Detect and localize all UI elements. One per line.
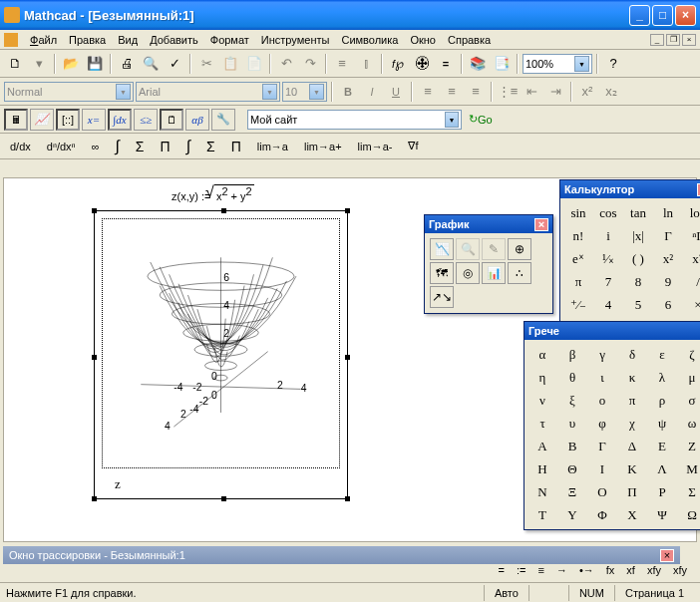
- op-xfy[interactable]: xfy: [644, 564, 664, 576]
- menu-add[interactable]: Добавить: [144, 32, 204, 48]
- greek-Ζ[interactable]: Ζ: [678, 436, 700, 456]
- greek-υ[interactable]: υ: [558, 413, 586, 434]
- sym-sum2[interactable]: Σ: [202, 137, 219, 156]
- greek-Ι[interactable]: Ι: [588, 458, 616, 479]
- greek-κ[interactable]: κ: [618, 367, 646, 388]
- fx-icon[interactable]: f℘: [387, 53, 409, 75]
- menu-window[interactable]: Окно: [404, 32, 442, 48]
- greek-palette[interactable]: Грече× αβγδεζηθικλμνξοπρστυφχψωΑΒΓΔΕΖΗΘΙ…: [524, 321, 700, 530]
- sym-infinity[interactable]: ∞: [88, 139, 104, 154]
- menu-edit[interactable]: Правка: [63, 32, 112, 48]
- graph-palette-icon[interactable]: 📈: [30, 109, 54, 131]
- menu-symbolics[interactable]: Символика: [335, 32, 404, 48]
- menu-help[interactable]: Справка: [442, 32, 497, 48]
- greek-ι[interactable]: ι: [588, 367, 616, 388]
- calc-key-0-4[interactable]: log: [684, 202, 700, 223]
- xy-plot-icon[interactable]: 📉: [430, 238, 454, 260]
- polar-plot-icon[interactable]: ⊕: [508, 238, 531, 260]
- calc-key-1-1[interactable]: i: [594, 225, 622, 246]
- calc-key-3-4[interactable]: /: [684, 271, 700, 292]
- greek-Ο[interactable]: Ο: [588, 481, 616, 502]
- greek-δ[interactable]: δ: [618, 344, 646, 365]
- sym-deriv[interactable]: d/dx: [6, 139, 35, 154]
- greek-ξ[interactable]: ξ: [558, 390, 586, 411]
- calc-key-2-3[interactable]: x²: [654, 248, 682, 269]
- calc-key-0-2[interactable]: tan: [624, 202, 652, 223]
- close-icon[interactable]: ×: [534, 218, 548, 231]
- greek-ν[interactable]: ν: [528, 390, 556, 411]
- minimize-button[interactable]: _: [629, 5, 650, 26]
- op-fx[interactable]: fx: [603, 564, 618, 576]
- sym-liml[interactable]: lim→a-: [354, 139, 397, 154]
- sym-int2[interactable]: ∫: [182, 136, 194, 157]
- menu-view[interactable]: Вид: [112, 32, 144, 48]
- preview-icon[interactable]: 🔍: [140, 53, 162, 75]
- greek-π[interactable]: π: [618, 390, 646, 411]
- greek-Ξ[interactable]: Ξ: [558, 481, 586, 502]
- spell-icon[interactable]: ✓: [164, 53, 185, 75]
- contour-plot-icon[interactable]: ◎: [456, 262, 480, 284]
- greek-Α[interactable]: Α: [528, 436, 556, 456]
- greek-Τ[interactable]: Τ: [528, 504, 556, 525]
- calc-key-3-0[interactable]: π: [564, 271, 592, 292]
- greek-λ[interactable]: λ: [648, 367, 676, 388]
- site-combo[interactable]: ▼: [247, 110, 462, 130]
- calc-key-1-0[interactable]: n!: [564, 225, 592, 246]
- sym-grad[interactable]: ∇f: [404, 138, 422, 154]
- calc-key-1-2[interactable]: |x|: [624, 225, 652, 246]
- calc-key-0-0[interactable]: sin: [564, 202, 592, 223]
- calc-key-2-4[interactable]: xʸ: [684, 248, 700, 269]
- mdi-close[interactable]: ×: [682, 34, 696, 46]
- greek-ψ[interactable]: ψ: [648, 413, 676, 434]
- op-xfy2[interactable]: xfy: [670, 564, 690, 576]
- greek-η[interactable]: η: [528, 367, 556, 388]
- greek-Η[interactable]: Η: [528, 458, 556, 479]
- calc-key-4-3[interactable]: 6: [654, 294, 682, 315]
- scatter3d-plot-icon[interactable]: ∴: [508, 262, 531, 284]
- greek-Δ[interactable]: Δ: [618, 436, 646, 456]
- greek-γ[interactable]: γ: [588, 344, 616, 365]
- greek-Ω[interactable]: Ω: [678, 504, 700, 525]
- sym-int[interactable]: ∫: [111, 136, 123, 157]
- units-icon[interactable]: 🕀: [411, 53, 433, 75]
- greek-Θ[interactable]: Θ: [558, 458, 586, 479]
- greek-Κ[interactable]: Κ: [618, 458, 646, 479]
- sym-prod2[interactable]: Π: [227, 137, 245, 156]
- calc-key-2-2[interactable]: ( ): [624, 248, 652, 269]
- menu-tools[interactable]: Инструменты: [255, 32, 336, 48]
- sym-nderiv[interactable]: dⁿ/dxⁿ: [43, 139, 80, 154]
- greek-φ[interactable]: φ: [588, 413, 616, 434]
- dropdown-icon[interactable]: ▼: [445, 112, 459, 128]
- symbolic-palette-icon[interactable]: 🔧: [211, 109, 235, 131]
- trace-window[interactable]: Окно трассировки - Безымянный:1 ×: [3, 546, 680, 564]
- maximize-button[interactable]: □: [652, 5, 673, 26]
- greek-β[interactable]: β: [558, 344, 586, 365]
- calc-key-3-1[interactable]: 7: [594, 271, 622, 292]
- help-icon[interactable]: ?: [602, 53, 624, 75]
- sym-lim[interactable]: lim→a: [253, 139, 292, 154]
- mdi-minimize[interactable]: _: [650, 34, 664, 46]
- greek-Γ[interactable]: Γ: [588, 436, 616, 456]
- calc-key-4-2[interactable]: 5: [624, 294, 652, 315]
- close-icon[interactable]: ×: [660, 549, 674, 562]
- greek-Φ[interactable]: Φ: [588, 504, 616, 525]
- greek-ε[interactable]: ε: [648, 344, 676, 365]
- ref-icon[interactable]: 📚: [467, 53, 489, 75]
- op-assign[interactable]: :=: [514, 564, 528, 576]
- greek-ο[interactable]: ο: [588, 390, 616, 411]
- dropdown-icon[interactable]: ▼: [574, 56, 589, 72]
- greek-Π[interactable]: Π: [618, 481, 646, 502]
- calc-key-2-0[interactable]: eˣ: [564, 248, 592, 269]
- new-icon[interactable]: 🗋: [4, 53, 26, 75]
- plot-3d[interactable]: 42 -2-4 0 642 42 0-2-4 z: [94, 210, 348, 499]
- eval-palette-icon[interactable]: x=: [82, 109, 106, 131]
- greek-μ[interactable]: μ: [678, 367, 700, 388]
- greek-ω[interactable]: ω: [678, 413, 700, 434]
- greek-α[interactable]: α: [528, 344, 556, 365]
- menu-format[interactable]: Формат: [204, 32, 255, 48]
- greek-Λ[interactable]: Λ: [648, 458, 676, 479]
- mdi-restore[interactable]: ❐: [666, 34, 680, 46]
- greek-Ρ[interactable]: Ρ: [648, 481, 676, 502]
- boolean-palette-icon[interactable]: ≤≥: [134, 109, 158, 131]
- zoom-combo[interactable]: 100% ▼: [523, 54, 592, 74]
